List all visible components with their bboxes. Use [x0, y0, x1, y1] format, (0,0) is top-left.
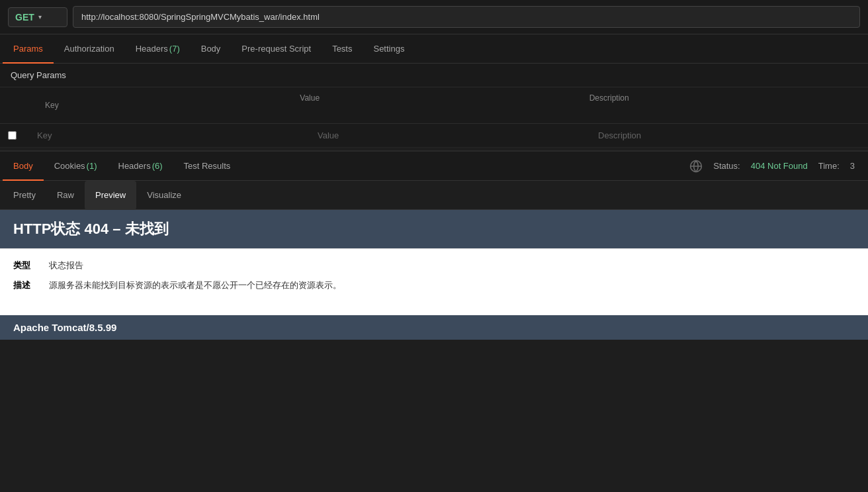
query-params-label: Query Params	[0, 64, 868, 87]
method-selector[interactable]: GET ▾	[8, 7, 67, 27]
tab-authorization[interactable]: Authorization	[54, 34, 125, 64]
view-tabs-bar: Pretty Raw Preview Visualize	[0, 181, 868, 210]
time-prefix: Time:	[818, 161, 840, 171]
view-tab-raw[interactable]: Raw	[46, 181, 85, 210]
method-label: GET	[15, 12, 34, 23]
key-placeholder: Key	[37, 130, 52, 140]
col-header-value: Value	[289, 89, 330, 107]
tab-headers[interactable]: Headers(7)	[125, 34, 191, 64]
preview-footer: Apache Tomcat/8.5.99	[0, 315, 868, 340]
view-tab-visualize[interactable]: Visualize	[136, 181, 192, 210]
preview-type-label: 类型	[13, 260, 46, 271]
col-header-description: Description	[579, 89, 640, 107]
chevron-down-icon: ▾	[38, 13, 42, 21]
response-section: Body Cookies (1) Headers (6) Test Result…	[0, 150, 868, 340]
resp-tab-cookies[interactable]: Cookies (1)	[44, 152, 108, 181]
tab-params[interactable]: Params	[3, 34, 54, 64]
preview-header-bar: HTTP状态 404 – 未找到	[0, 210, 868, 248]
table-row: Key Value Description	[0, 124, 868, 148]
params-table: Key Value Description Key Value Descript…	[0, 87, 868, 148]
resp-tab-headers[interactable]: Headers (6)	[108, 152, 173, 181]
tab-body[interactable]: Body	[191, 34, 232, 64]
status-prefix: Status:	[713, 161, 740, 171]
time-value: 3	[850, 161, 855, 171]
preview-body: 类型 状态报告 描述 源服务器未能找到目标资源的表示或者是不愿公开一个已经存在的…	[0, 249, 868, 310]
preview-desc-label: 描述	[13, 279, 46, 291]
response-tabs-bar: Body Cookies (1) Headers (6) Test Result…	[0, 152, 868, 181]
preview-footer-text: Apache Tomcat/8.5.99	[13, 322, 116, 333]
request-tabs: Params Authorization Headers(7) Body Pre…	[0, 34, 868, 64]
resp-tab-test-results[interactable]: Test Results	[173, 152, 241, 181]
description-placeholder: Description	[598, 130, 641, 140]
value-placeholder: Value	[318, 130, 339, 140]
preview-type-row: 类型 状态报告	[13, 260, 855, 271]
tab-pre-request-script[interactable]: Pre-request Script	[231, 34, 322, 64]
preview-type-value: 状态报告	[49, 260, 83, 271]
globe-icon	[689, 160, 703, 173]
preview-desc-row: 描述 源服务器未能找到目标资源的表示或者是不愿公开一个已经存在的资源表示。	[13, 279, 855, 291]
url-bar: GET ▾	[0, 0, 868, 34]
view-tab-preview[interactable]: Preview	[85, 181, 136, 210]
tab-settings[interactable]: Settings	[363, 34, 415, 64]
tab-tests[interactable]: Tests	[322, 34, 363, 64]
preview-title: HTTP状态 404 – 未找到	[13, 221, 169, 237]
status-area: Status: 404 Not Found Time: 3	[689, 160, 865, 173]
preview-content: HTTP状态 404 – 未找到 类型 状态报告 描述 源服务器未能找到目标资源…	[0, 210, 868, 340]
status-value: 404 Not Found	[751, 161, 808, 171]
table-header: Key Value Description	[0, 87, 868, 124]
resp-tab-body[interactable]: Body	[3, 152, 44, 181]
url-input[interactable]	[73, 6, 860, 28]
row-checkbox[interactable]	[8, 131, 17, 140]
col-header-key: Key	[34, 97, 69, 114]
view-tab-pretty[interactable]: Pretty	[3, 181, 46, 210]
preview-desc-value: 源服务器未能找到目标资源的表示或者是不愿公开一个已经存在的资源表示。	[49, 279, 341, 291]
